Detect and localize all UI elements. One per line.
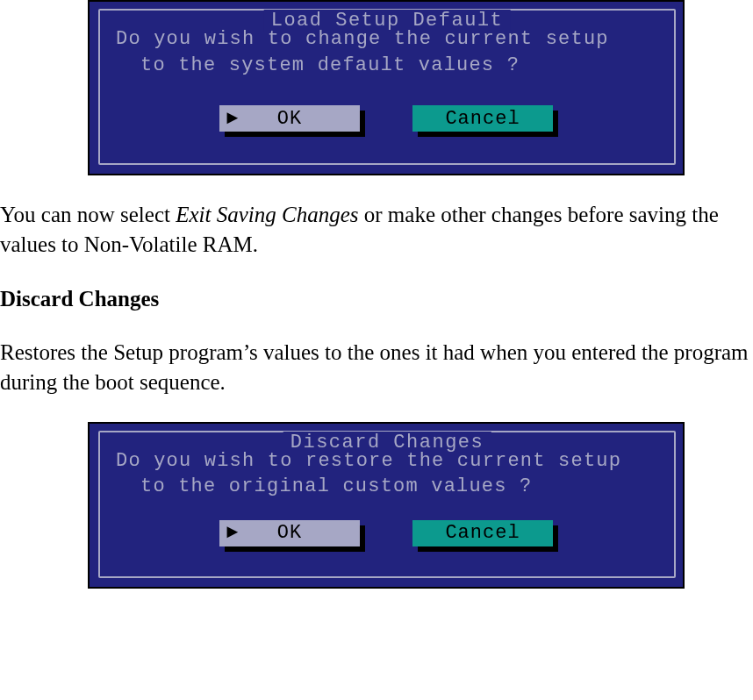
ok-button-label: OK bbox=[277, 522, 302, 544]
paragraph-discard-changes: Restores the Setup program’s values to t… bbox=[0, 338, 753, 397]
ok-button-label: OK bbox=[277, 108, 302, 130]
ok-button[interactable]: ► OK bbox=[219, 520, 360, 546]
paragraph-exit-saving: You can now select Exit Saving Changes o… bbox=[0, 200, 753, 260]
selection-arrow-icon: ► bbox=[226, 108, 239, 130]
selection-arrow-icon: ► bbox=[226, 522, 239, 544]
bios-dialog-load-setup-default: Load Setup Default Do you wish to change… bbox=[88, 0, 685, 175]
dialog-message-line2: to the system default values ? bbox=[116, 53, 665, 79]
bios-dialog-discard-changes: Discard Changes Do you wish to restore t… bbox=[88, 422, 685, 589]
cancel-button-label: Cancel bbox=[445, 522, 520, 544]
ok-button[interactable]: ► OK bbox=[219, 105, 360, 132]
heading-discard-changes: Discard Changes bbox=[0, 284, 753, 314]
cancel-button[interactable]: Cancel bbox=[412, 520, 553, 546]
document-body: You can now select Exit Saving Changes o… bbox=[0, 200, 753, 397]
cancel-button[interactable]: Cancel bbox=[412, 105, 553, 132]
cancel-button-label: Cancel bbox=[445, 108, 520, 130]
dialog-message-line1: Do you wish to restore the current setup bbox=[116, 448, 665, 475]
dialog-message-line1: Do you wish to change the current setup bbox=[116, 26, 665, 53]
dialog-message-line2: to the original custom values ? bbox=[116, 474, 665, 500]
